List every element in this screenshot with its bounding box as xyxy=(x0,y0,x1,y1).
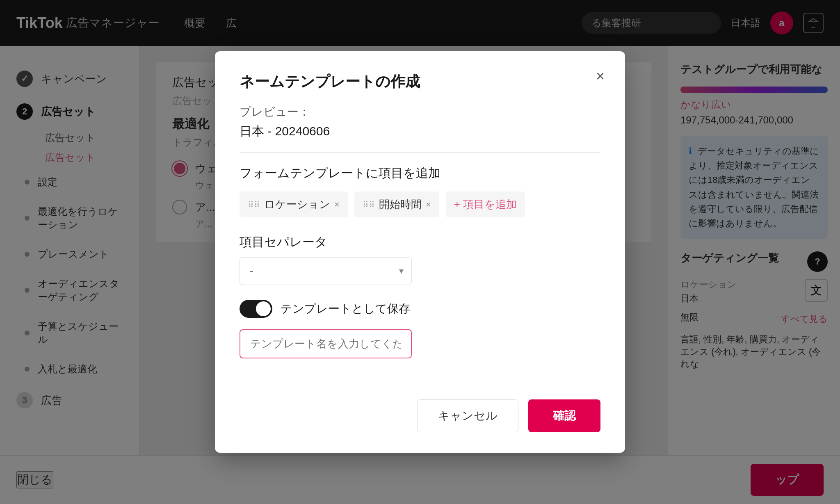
save-template-toggle[interactable] xyxy=(240,300,272,318)
add-item-label: + 項目を追加 xyxy=(454,197,517,212)
add-item-button[interactable]: + 項目を追加 xyxy=(446,192,525,217)
modal-title: ネームテンプレートの作成 xyxy=(240,72,600,92)
toggle-label: テンプレートとして保存 xyxy=(281,301,410,317)
cancel-button[interactable]: キャンセル xyxy=(417,399,518,432)
preview-label: プレビュー： xyxy=(240,104,600,120)
form-section-title: フォームテンプレートに項目を追加 xyxy=(240,165,600,182)
modal-dialog: ネームテンプレートの作成 × プレビュー： 日本 - 20240606 フォーム… xyxy=(215,51,625,453)
modal-footer: キャンセル 確認 xyxy=(215,399,625,453)
modal-overlay[interactable]: ネームテンプレートの作成 × プレビュー： 日本 - 20240606 フォーム… xyxy=(0,0,840,504)
tag-location: ⠿⠿ ロケーション × xyxy=(240,192,348,217)
separator-select[interactable]: - _ / | xyxy=(240,257,412,285)
drag-icon-location: ⠿⠿ xyxy=(248,200,260,210)
tag-start-time: ⠿⠿ 開始時間 × xyxy=(354,192,439,217)
drag-icon-start-time: ⠿⠿ xyxy=(363,200,375,210)
modal-body: プレビュー： 日本 - 20240606 フォームテンプレートに項目を追加 ⠿⠿… xyxy=(215,104,625,399)
confirm-button[interactable]: 確認 xyxy=(528,399,600,432)
tags-row: ⠿⠿ ロケーション × ⠿⠿ 開始時間 × + 項目を追加 xyxy=(240,192,600,217)
remove-tag-location[interactable]: × xyxy=(334,199,340,210)
remove-tag-start-time[interactable]: × xyxy=(426,199,431,210)
toggle-row: テンプレートとして保存 xyxy=(240,300,600,318)
tag-label-start-time: 開始時間 xyxy=(379,197,422,212)
preview-value: 日本 - 20240606 xyxy=(240,123,600,153)
modal-header: ネームテンプレートの作成 × xyxy=(215,51,625,104)
modal-close-button[interactable]: × xyxy=(596,68,605,85)
tag-label-location: ロケーション xyxy=(264,197,330,212)
separator-select-wrap: - _ / | xyxy=(240,257,412,285)
separator-label: 項目セパレータ xyxy=(240,234,600,251)
template-name-input[interactable] xyxy=(240,329,412,358)
